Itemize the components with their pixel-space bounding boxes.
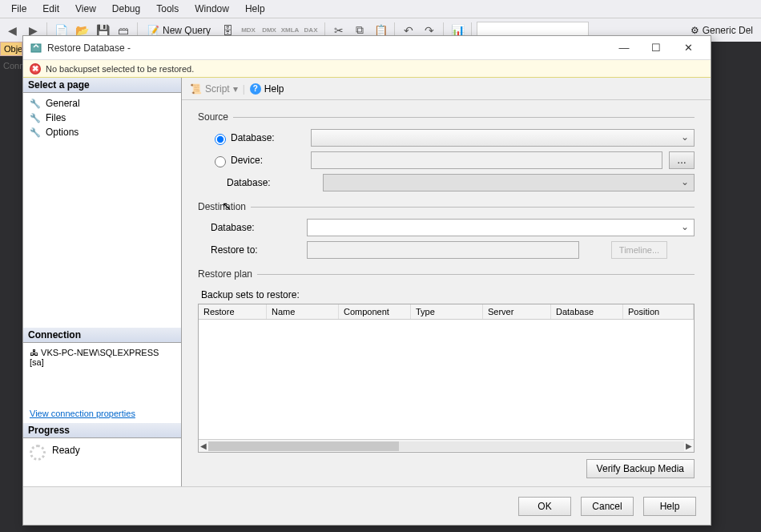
menu-view[interactable]: View: [67, 2, 104, 16]
ok-button[interactable]: OK: [518, 497, 571, 516]
connection-value: VKS-PC-NEW\SQLEXPRESS [sa]: [30, 348, 159, 367]
page-files[interactable]: 🔧Files: [28, 111, 176, 125]
grid-hscrollbar[interactable]: ◀ ▶: [199, 439, 694, 452]
titlebar: Restore Database - — ☐ ✕: [23, 36, 711, 60]
script-bar: 📜 Script ▾ | ? Help: [182, 78, 711, 100]
restore-database-dialog: Restore Database - — ☐ ✕ ✖ No backupset …: [22, 35, 711, 526]
script-label: Script: [205, 83, 230, 95]
menu-help[interactable]: Help: [237, 2, 273, 16]
close-button[interactable]: ✕: [672, 36, 704, 60]
backupsets-label: Backup sets to restore:: [201, 289, 695, 300]
menu-window[interactable]: Window: [187, 2, 237, 16]
maximize-button[interactable]: ☐: [640, 36, 672, 60]
source-database-radio[interactable]: [215, 134, 226, 145]
scroll-right-icon[interactable]: ▶: [686, 441, 692, 450]
dest-database-combo[interactable]: [307, 219, 695, 236]
help-label: Help: [264, 83, 284, 95]
separator: |: [243, 83, 245, 95]
cancel-button[interactable]: Cancel: [581, 497, 634, 516]
connection-header: Connection: [23, 328, 181, 343]
menu-edit[interactable]: Edit: [34, 2, 67, 16]
dialog-title: Restore Database -: [47, 42, 608, 54]
server-icon: 🖧: [30, 348, 38, 357]
restore-db-icon: [30, 42, 42, 54]
progress-status: Ready: [52, 445, 80, 456]
restore-to-label: Restore to:: [211, 244, 307, 256]
help-icon: ?: [250, 83, 261, 95]
wrench-icon: 🔧: [30, 113, 41, 123]
menu-tools[interactable]: Tools: [148, 2, 187, 16]
dialog-footer: OK Cancel Help: [23, 486, 711, 525]
backupsets-grid[interactable]: Restore Name Component Type Server Datab…: [198, 304, 695, 453]
source-device-db-combo: [323, 174, 695, 191]
generic-label: Generic Del: [703, 25, 753, 36]
wrench-icon: 🔧: [30, 127, 41, 138]
source-header: Source: [198, 111, 228, 123]
restore-to-input: [307, 241, 579, 259]
select-page-header: Select a page: [23, 78, 181, 93]
warning-text: No backupset selected to be restored.: [46, 64, 194, 74]
col-type[interactable]: Type: [411, 304, 483, 319]
connection-info: 🖧 VKS-PC-NEW\SQLEXPRESS [sa]: [23, 343, 181, 372]
col-database[interactable]: Database: [551, 304, 623, 319]
col-position[interactable]: Position: [623, 304, 694, 319]
source-database-combo[interactable]: [311, 129, 695, 147]
grid-body: [199, 320, 694, 439]
help-button[interactable]: ? Help: [250, 83, 284, 95]
menu-debug[interactable]: Debug: [104, 2, 148, 16]
warning-bar: ✖ No backupset selected to be restored.: [23, 60, 711, 78]
verify-backup-media-button[interactable]: Verify Backup Media: [586, 459, 695, 478]
scroll-thumb[interactable]: [208, 441, 399, 451]
query-icon: 📝: [147, 25, 159, 36]
script-icon: 📜: [190, 83, 202, 95]
nav-back-icon[interactable]: ◀: [3, 22, 21, 39]
page-options[interactable]: 🔧Options: [28, 125, 176, 139]
col-server[interactable]: Server: [483, 304, 551, 319]
restoreplan-header: Restore plan: [198, 268, 252, 280]
page-general-label: General: [46, 98, 80, 109]
timeline-button: Timeline...: [611, 241, 667, 259]
col-name[interactable]: Name: [267, 304, 339, 319]
right-panel: 📜 Script ▾ | ? Help Source Database:: [182, 78, 711, 486]
scroll-left-icon[interactable]: ◀: [200, 441, 207, 450]
wrench-icon: 🔧: [30, 99, 41, 109]
page-options-label: Options: [46, 127, 79, 138]
chevron-down-icon: ▾: [233, 83, 238, 95]
source-device-db-label: Database:: [227, 177, 323, 188]
col-restore[interactable]: Restore: [199, 304, 267, 319]
progress-header: Progress: [23, 423, 181, 438]
source-device-input[interactable]: [311, 151, 662, 169]
col-component[interactable]: Component: [339, 304, 411, 319]
menu-file[interactable]: File: [3, 2, 34, 16]
dest-database-label: Database:: [211, 222, 307, 233]
page-files-label: Files: [46, 112, 66, 123]
minimize-button[interactable]: —: [608, 36, 640, 60]
page-general[interactable]: 🔧General: [28, 96, 176, 111]
browse-device-button[interactable]: …: [669, 151, 695, 169]
source-database-label: Database:: [231, 132, 311, 143]
source-device-radio[interactable]: [215, 156, 226, 167]
view-connection-properties-link[interactable]: View connection properties: [23, 404, 181, 423]
grid-header: Restore Name Component Type Server Datab…: [199, 304, 694, 320]
object-explorer-tab[interactable]: Obje: [0, 42, 22, 56]
gear-icon: ⚙: [691, 25, 699, 36]
ide-menubar: File Edit View Debug Tools Window Help: [0, 0, 761, 18]
error-icon: ✖: [30, 63, 41, 75]
source-device-label: Device:: [231, 155, 311, 166]
progress-spinner-icon: [30, 445, 46, 461]
help-footer-button[interactable]: Help: [643, 497, 696, 516]
left-panel: Select a page 🔧General 🔧Files 🔧Options C…: [23, 78, 182, 486]
destination-header: Destination: [198, 201, 246, 212]
script-button[interactable]: 📜 Script ▾: [190, 83, 238, 95]
new-query-label: New Query: [163, 25, 211, 36]
